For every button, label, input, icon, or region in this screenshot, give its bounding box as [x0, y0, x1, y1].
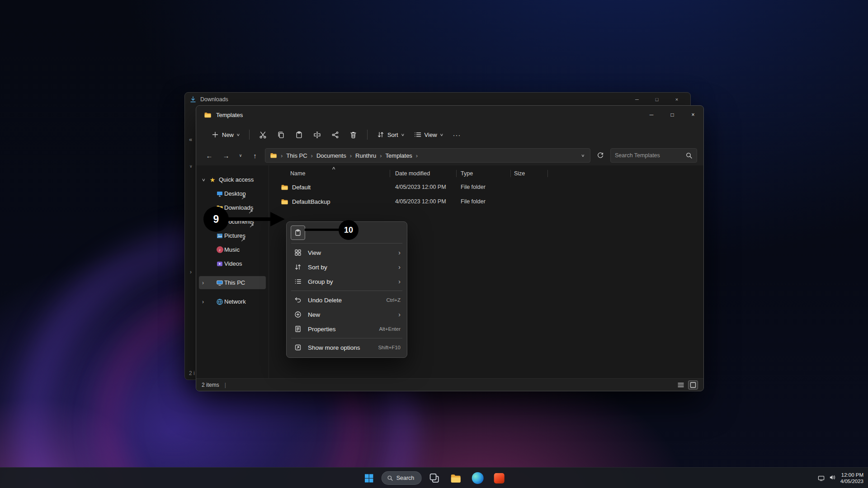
maximize-button[interactable]: □ [662, 106, 683, 124]
submenu-chevron-icon: › [395, 249, 401, 256]
explorer-content: ∨ ★ Quick access Desktop Downloads [196, 165, 703, 378]
maximize-button[interactable]: □ [647, 93, 667, 106]
menu-divider [291, 338, 402, 338]
edge-icon [472, 472, 483, 484]
folder-icon [281, 183, 288, 191]
chevron-right-icon[interactable]: › [202, 299, 204, 305]
sidebar-item-videos[interactable]: Videos [196, 257, 269, 271]
downloads-status-text: 2 i [189, 370, 195, 376]
sidebar-label: Quick access [219, 176, 254, 183]
edge-button[interactable] [468, 469, 486, 487]
menu-item-undo-delete[interactable]: Undo Delete Ctrl+Z [288, 293, 405, 307]
office-button[interactable] [490, 469, 508, 487]
sidebar-item-network[interactable]: › Network [196, 295, 269, 309]
search-box[interactable] [610, 148, 697, 163]
templates-window: Templates ─ □ × New ∨ [196, 105, 704, 391]
new-button[interactable]: New ∨ [207, 128, 244, 141]
back-button[interactable]: ← [203, 149, 216, 162]
start-button[interactable] [360, 469, 378, 487]
copy-icon [277, 131, 285, 139]
more-options-button[interactable]: ··· [448, 127, 465, 142]
menu-item-new[interactable]: New › [288, 307, 405, 322]
breadcrumb-this-pc[interactable]: This PC [284, 151, 309, 160]
file-row-defaultbackup[interactable]: DefaultBackup 4/05/2023 12:00 PM File fo… [269, 194, 703, 209]
paste-button[interactable] [291, 127, 308, 142]
forward-button[interactable]: → [219, 149, 233, 162]
sort-button[interactable]: Sort ∨ [373, 128, 409, 141]
toolbar-divider [367, 130, 368, 140]
file-date: 4/05/2023 12:00 PM [390, 198, 456, 205]
paste-button[interactable] [291, 225, 305, 240]
callout-9-arrow-line [227, 217, 271, 221]
taskbar-search[interactable]: Search [382, 471, 422, 485]
chevron-down-icon[interactable]: ∨ [202, 178, 206, 182]
chevron-down-icon[interactable]: ∨ [189, 164, 193, 169]
chevron-right-icon[interactable]: › [190, 269, 192, 275]
item-count: 2 items [202, 382, 219, 388]
file-explorer-button[interactable] [447, 469, 465, 487]
refresh-button[interactable] [594, 149, 607, 162]
minimize-button[interactable]: ─ [641, 106, 662, 124]
pictures-icon [216, 232, 223, 239]
sidebar-quick-access[interactable]: ∨ ★ Quick access [196, 173, 269, 187]
sidebar-item-this-pc[interactable]: › This PC [196, 276, 269, 290]
minimize-button[interactable]: ─ [627, 93, 647, 106]
column-header-type[interactable]: Type [456, 170, 510, 177]
menu-item-group-by[interactable]: Group by › [288, 274, 405, 289]
display-tray-icon[interactable] [818, 475, 825, 482]
menu-item-show-more-options[interactable]: Show more options Shift+F10 [288, 340, 405, 355]
navigation-pane: ∨ ★ Quick access Desktop Downloads [196, 165, 269, 378]
system-tray: 12:00 PM 4/05/2023 [818, 468, 863, 488]
share-button[interactable] [327, 127, 344, 142]
search-icon [387, 475, 393, 481]
large-icons-view-button[interactable] [688, 380, 698, 389]
copy-button[interactable] [273, 127, 290, 142]
column-header-size[interactable]: Size [510, 170, 551, 177]
taskbar-clock[interactable]: 12:00 PM 4/05/2023 [840, 472, 863, 484]
search-input[interactable] [615, 152, 685, 159]
pin-icon [249, 222, 255, 229]
menu-divider [291, 243, 402, 244]
column-header-name[interactable]: Name [269, 170, 390, 177]
column-header-date-modified[interactable]: Date modified [390, 170, 456, 177]
recent-locations-button[interactable]: ∨ [236, 149, 245, 162]
desktop: Downloads ─ □ × « ∨ › 2 i Templates ─ □ … [0, 0, 868, 488]
desktop-icon [216, 190, 223, 197]
file-date: 4/05/2023 12:00 PM [390, 184, 456, 190]
callout-10: 10 [339, 220, 359, 240]
up-button[interactable]: ↑ [248, 149, 262, 162]
paste-icon [295, 131, 303, 139]
cut-button[interactable] [255, 127, 272, 142]
task-view-button[interactable] [425, 469, 443, 487]
file-name: DefaultBackup [292, 198, 330, 205]
menu-divider [291, 291, 402, 291]
close-button[interactable]: × [667, 93, 687, 106]
view-grid-icon [294, 249, 302, 256]
delete-button[interactable] [345, 127, 362, 142]
view-button[interactable]: View ∨ [410, 128, 448, 141]
breadcrumb-templates[interactable]: Templates [384, 151, 414, 160]
sidebar-item-music[interactable]: ♪ Music [196, 243, 269, 257]
sidebar-item-pictures[interactable]: Pictures [196, 229, 269, 243]
sidebar-label: Videos [224, 260, 242, 267]
chevron-right-icon[interactable]: › [202, 280, 204, 286]
breadcrumb[interactable]: › This PC › Documents › Runthru › Templa… [265, 148, 590, 163]
volume-icon[interactable] [829, 474, 836, 483]
details-view-button[interactable] [676, 380, 686, 389]
callout-9: 9 [203, 206, 229, 232]
breadcrumb-runthru[interactable]: Runthru [354, 151, 378, 160]
sidebar-item-desktop[interactable]: Desktop [196, 187, 269, 201]
breadcrumb-documents[interactable]: Documents [315, 151, 348, 160]
shortcut-label: Alt+Enter [379, 326, 401, 332]
file-explorer-icon [450, 473, 462, 484]
menu-item-view[interactable]: View › [288, 245, 405, 260]
close-button[interactable]: × [683, 106, 703, 124]
breadcrumb-separator: › [348, 152, 354, 159]
this-pc-icon [216, 279, 223, 286]
menu-item-sort-by[interactable]: Sort by › [288, 260, 405, 274]
menu-item-properties[interactable]: Properties Alt+Enter [288, 322, 405, 336]
collapse-pane-icon[interactable]: « [189, 136, 192, 143]
rename-button[interactable] [309, 127, 326, 142]
address-dropdown-icon[interactable]: ∨ [581, 154, 586, 158]
file-row-default[interactable]: Default 4/05/2023 12:00 PM File folder [269, 180, 703, 194]
